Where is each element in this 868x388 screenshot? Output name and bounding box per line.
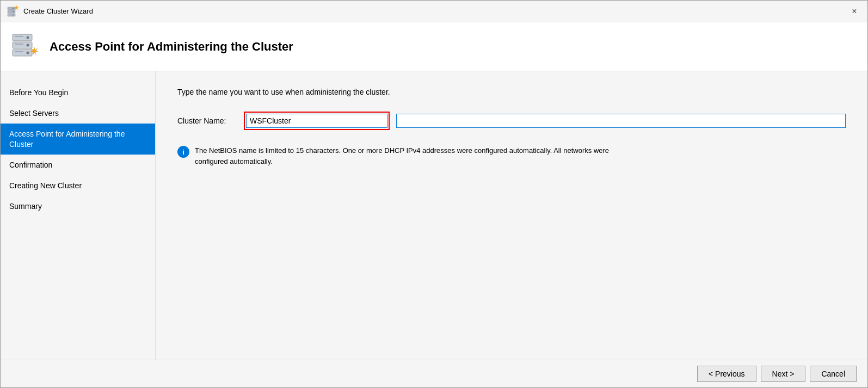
svg-rect-1 <box>8 10 15 13</box>
svg-rect-0 <box>8 7 15 10</box>
svg-rect-2 <box>8 14 15 16</box>
header-icon <box>11 32 41 61</box>
sidebar-item-before-you-begin[interactable]: Before You Begin <box>1 82 155 103</box>
sidebar-item-select-servers[interactable]: Select Servers <box>1 103 155 124</box>
header-area: Access Point for Administering the Clust… <box>1 22 867 71</box>
svg-rect-15 <box>15 51 23 52</box>
cluster-name-input-highlight <box>244 112 390 130</box>
dialog-title: Create Cluster Wizard <box>23 7 93 15</box>
content-area: Before You Begin Select Servers Access P… <box>1 71 867 360</box>
svg-rect-7 <box>13 34 32 41</box>
next-button[interactable]: Next > <box>761 366 806 382</box>
previous-button[interactable]: < Previous <box>697 366 756 382</box>
cluster-name-extra-input[interactable] <box>396 114 846 128</box>
main-content: Type the name you want to use when admin… <box>156 71 867 360</box>
svg-rect-13 <box>15 36 23 37</box>
svg-point-3 <box>13 8 14 9</box>
title-bar: Create Cluster Wizard × <box>1 1 867 22</box>
wizard-title-icon <box>7 5 19 17</box>
sidebar-item-creating-new-cluster[interactable]: Creating New Cluster <box>1 175 155 196</box>
sidebar-item-access-point[interactable]: Access Point for Administering the Clust… <box>1 124 155 154</box>
svg-point-10 <box>27 36 29 39</box>
svg-point-12 <box>27 51 29 54</box>
info-icon: i <box>177 146 189 158</box>
svg-point-5 <box>13 14 14 15</box>
title-bar-left: Create Cluster Wizard <box>7 5 93 17</box>
sidebar-item-confirmation[interactable]: Confirmation <box>1 155 155 175</box>
info-box: i The NetBIOS name is limited to 15 char… <box>177 145 624 167</box>
cluster-name-input[interactable] <box>246 114 387 128</box>
create-cluster-wizard-dialog: Create Cluster Wizard × Access Point for… <box>0 0 868 388</box>
sidebar: Before You Begin Select Servers Access P… <box>1 71 156 360</box>
close-button[interactable]: × <box>848 5 861 18</box>
bottom-bar: < Previous Next > Cancel <box>1 360 867 387</box>
info-text: The NetBIOS name is limited to 15 charac… <box>195 145 624 167</box>
svg-rect-14 <box>15 44 23 45</box>
page-title: Access Point for Administering the Clust… <box>50 40 293 54</box>
svg-point-4 <box>13 11 14 12</box>
svg-rect-8 <box>13 42 32 48</box>
cancel-button[interactable]: Cancel <box>810 366 857 382</box>
description-text: Type the name you want to use when admin… <box>177 88 846 96</box>
svg-point-11 <box>27 44 29 46</box>
sidebar-item-summary[interactable]: Summary <box>1 196 155 217</box>
cluster-name-row: Cluster Name: <box>177 112 846 130</box>
cluster-name-label: Cluster Name: <box>177 116 237 125</box>
svg-rect-9 <box>13 50 32 56</box>
